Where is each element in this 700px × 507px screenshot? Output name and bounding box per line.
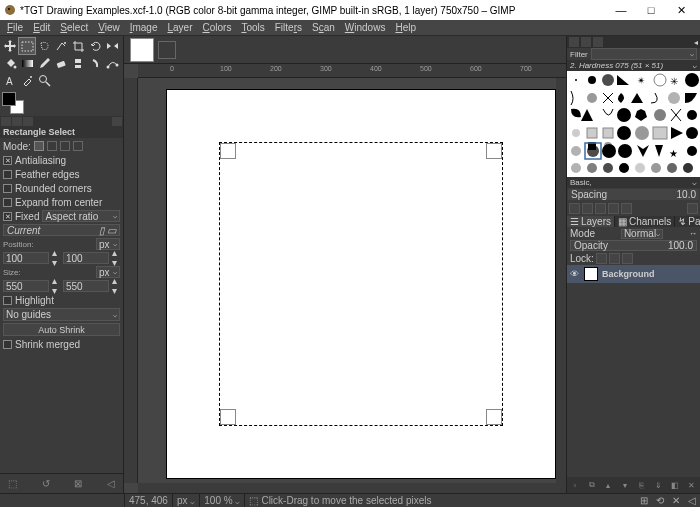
brush-dup-icon[interactable] bbox=[595, 203, 606, 214]
spacing-slider[interactable]: Spacing10.0 bbox=[568, 189, 699, 200]
pos-y-input[interactable]: 100 bbox=[63, 252, 109, 264]
status-icon-4[interactable]: ◁ bbox=[688, 495, 696, 506]
menu-file[interactable]: File bbox=[3, 22, 27, 33]
rounded-checkbox[interactable] bbox=[3, 184, 12, 193]
brush-zoom-icon[interactable] bbox=[687, 203, 698, 214]
tool-eraser[interactable] bbox=[53, 55, 69, 71]
menu-scan[interactable]: Scan bbox=[308, 22, 339, 33]
layer-up-icon[interactable]: ▴ bbox=[602, 479, 614, 491]
ruler-horizontal[interactable]: 0100200300400500600700 bbox=[138, 64, 566, 78]
mode-replace-icon[interactable] bbox=[34, 141, 44, 151]
mode-intersect-icon[interactable] bbox=[73, 141, 83, 151]
blend-mode-dropdown[interactable]: Normal bbox=[621, 229, 663, 239]
layer-name[interactable]: Background bbox=[602, 269, 655, 279]
lock-position-icon[interactable] bbox=[609, 253, 620, 264]
scrollbar-vertical[interactable] bbox=[556, 78, 566, 483]
guides-dropdown[interactable]: No guides bbox=[3, 308, 120, 321]
opt-tab-2[interactable] bbox=[12, 117, 22, 126]
dock-tab-fonts[interactable] bbox=[593, 37, 603, 47]
opt-tab-menu[interactable] bbox=[112, 117, 122, 126]
status-icon-2[interactable]: ⟲ bbox=[656, 495, 664, 506]
expand-checkbox[interactable] bbox=[3, 198, 12, 207]
tool-fuzzy-select[interactable] bbox=[53, 38, 69, 54]
layer-row-background[interactable]: 👁 Background bbox=[567, 265, 700, 283]
status-icon-3[interactable]: ✕ bbox=[672, 495, 680, 506]
tab-layers[interactable]: ☰Layers bbox=[567, 216, 615, 227]
mode-subtract-icon[interactable] bbox=[60, 141, 70, 151]
menu-colors[interactable]: Colors bbox=[198, 22, 235, 33]
mode-add-icon[interactable] bbox=[47, 141, 57, 151]
layer-merge-icon[interactable]: ⇓ bbox=[653, 479, 665, 491]
dock-tab-brushes[interactable] bbox=[569, 37, 579, 47]
color-swatch[interactable] bbox=[0, 90, 123, 116]
size-w-input[interactable]: 550 bbox=[3, 280, 49, 292]
tool-path[interactable] bbox=[105, 55, 121, 71]
brush-edit-icon[interactable] bbox=[569, 203, 580, 214]
status-icon-1[interactable]: ⊞ bbox=[640, 495, 648, 506]
selection-marquee[interactable] bbox=[219, 142, 503, 426]
canvas[interactable] bbox=[167, 90, 555, 478]
tool-bucket[interactable] bbox=[2, 55, 18, 71]
landscape-icon[interactable]: ▭ bbox=[107, 225, 116, 236]
fixed-dropdown[interactable]: Aspect ratio bbox=[42, 210, 120, 222]
maximize-button[interactable]: □ bbox=[636, 1, 666, 19]
save-options-icon[interactable]: ⬚ bbox=[8, 478, 17, 489]
menu-view[interactable]: View bbox=[94, 22, 124, 33]
close-button[interactable]: ✕ bbox=[666, 1, 696, 19]
ruler-vertical[interactable] bbox=[124, 78, 138, 483]
layer-group-icon[interactable]: ⧉ bbox=[586, 479, 598, 491]
opt-tab-1[interactable] bbox=[1, 117, 11, 126]
brush-header[interactable]: 2. Hardness 075 (51 × 51) bbox=[567, 60, 700, 71]
menu-image[interactable]: Image bbox=[126, 22, 162, 33]
menu-windows[interactable]: Windows bbox=[341, 22, 390, 33]
tool-color-picker[interactable] bbox=[19, 72, 35, 88]
brush-del-icon[interactable] bbox=[608, 203, 619, 214]
tool-smudge[interactable] bbox=[88, 55, 104, 71]
dock-tab-patterns[interactable] bbox=[581, 37, 591, 47]
tool-gradient[interactable] bbox=[19, 55, 35, 71]
feather-checkbox[interactable] bbox=[3, 170, 12, 179]
menu-edit[interactable]: Edit bbox=[29, 22, 54, 33]
fixed-checkbox[interactable] bbox=[3, 212, 12, 221]
image-tab-close[interactable] bbox=[158, 41, 176, 59]
restore-options-icon[interactable]: ↺ bbox=[42, 478, 50, 489]
menu-help[interactable]: Help bbox=[391, 22, 420, 33]
image-tab-thumb[interactable] bbox=[130, 38, 154, 62]
menu-filters[interactable]: Filters bbox=[271, 22, 306, 33]
brush-grid[interactable]: ✴ ✳ bbox=[567, 71, 700, 177]
dock-menu-icon[interactable]: ◂ bbox=[694, 38, 698, 47]
layer-dup-icon[interactable]: ⎘ bbox=[636, 479, 648, 491]
tool-move[interactable] bbox=[2, 38, 18, 54]
mode-switch-icon[interactable]: ↔ bbox=[689, 229, 697, 238]
scrollbar-horizontal[interactable] bbox=[138, 483, 566, 493]
opacity-value[interactable]: 100.0 bbox=[668, 240, 693, 251]
tool-rectangle-select[interactable] bbox=[19, 38, 35, 54]
tab-channels[interactable]: ▦Channels bbox=[615, 216, 675, 227]
layer-new-icon[interactable]: ▫ bbox=[569, 479, 581, 491]
current-slider[interactable]: Current ▯▭ bbox=[3, 224, 120, 236]
layer-mask-icon[interactable]: ◧ bbox=[669, 479, 681, 491]
tool-clone[interactable] bbox=[71, 55, 87, 71]
fg-color[interactable] bbox=[2, 92, 16, 106]
size-h-input[interactable]: 550 bbox=[63, 280, 109, 292]
opt-tab-3[interactable] bbox=[23, 117, 33, 126]
tool-rotate[interactable] bbox=[88, 38, 104, 54]
viewport[interactable] bbox=[138, 78, 556, 483]
tool-flip[interactable] bbox=[105, 38, 121, 54]
sel-handle-bl[interactable] bbox=[220, 409, 236, 425]
lock-pixels-icon[interactable] bbox=[596, 253, 607, 264]
tool-zoom[interactable] bbox=[36, 72, 52, 88]
brush-tags[interactable]: Basic, bbox=[567, 177, 700, 188]
menu-select[interactable]: Select bbox=[56, 22, 92, 33]
reset-options-icon[interactable]: ◁ bbox=[107, 478, 115, 489]
status-zoom-dropdown[interactable]: 100 % ⌵ bbox=[204, 495, 240, 506]
layer-delete-icon[interactable]: ✕ bbox=[686, 479, 698, 491]
sel-handle-tr[interactable] bbox=[486, 143, 502, 159]
sel-handle-br[interactable] bbox=[486, 409, 502, 425]
delete-options-icon[interactable]: ⊠ bbox=[74, 478, 82, 489]
lock-alpha-icon[interactable] bbox=[622, 253, 633, 264]
sel-handle-tl[interactable] bbox=[220, 143, 236, 159]
visibility-icon[interactable]: 👁 bbox=[570, 269, 580, 279]
brush-refresh-icon[interactable] bbox=[621, 203, 632, 214]
menu-layer[interactable]: Layer bbox=[163, 22, 196, 33]
